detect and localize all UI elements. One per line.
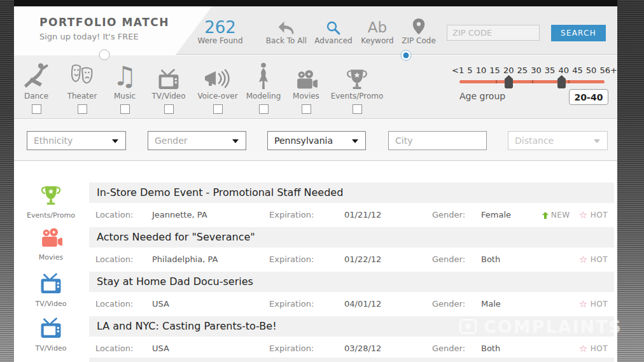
- hot-badge: ☆ HOT: [579, 292, 608, 316]
- back-to-all-label: Back To All: [266, 36, 307, 45]
- tv-icon: [39, 317, 62, 339]
- result-title[interactable]: In-Store Demo Event - Promotional Staff …: [89, 183, 614, 203]
- age-tick: 30: [531, 66, 542, 75]
- hot-badge-label: HOT: [591, 292, 608, 316]
- category-movies-checkbox[interactable]: [302, 104, 311, 114]
- result-row: TV/Video LA and NYC: Casting Parents-to-…: [14, 316, 617, 361]
- chevron-down-icon: [232, 139, 239, 143]
- result-title[interactable]: Stay at Home Dad Docu-series: [89, 272, 614, 292]
- location-label: Location:: [95, 203, 133, 227]
- gender-label: Gender:: [432, 247, 465, 272]
- chevron-down-icon: [594, 139, 600, 143]
- expiration-label: Expiration:: [269, 292, 314, 316]
- result-row: Events/Promo In-Store Demo Event - Promo…: [14, 183, 617, 227]
- zip-code-input[interactable]: [447, 25, 540, 41]
- category-movies: Movies: [277, 61, 335, 114]
- search-magnifier-icon: [326, 20, 341, 36]
- hot-star-icon: ☆: [579, 344, 588, 354]
- zip-code-button[interactable]: ZIP Code: [398, 6, 439, 55]
- age-tick: 56+: [599, 66, 617, 75]
- age-tick: 25: [517, 66, 528, 75]
- category-theater-checkbox[interactable]: [78, 104, 87, 114]
- gender-value: Male: [481, 292, 501, 316]
- back-to-all-button[interactable]: Back To All: [261, 6, 312, 55]
- location-value: Jeannette, PA: [152, 203, 207, 227]
- slider-notch: [568, 80, 570, 83]
- location-label: Location:: [95, 292, 133, 316]
- tv-icon: [157, 69, 180, 90]
- age-tick: 35: [545, 66, 556, 75]
- location-pin-icon: [413, 18, 425, 34]
- age-tick: 20: [503, 66, 514, 75]
- results-list: Events/Promo In-Store Demo Event - Promo…: [14, 161, 617, 362]
- result-details: Location: USA Expiration: 04/01/12 Gende…: [14, 292, 617, 316]
- advanced-search-button[interactable]: Advanced: [311, 6, 356, 55]
- age-slider-ticks: <1 5 10 15 20 25 30 35 40 45 50 56+: [452, 66, 617, 75]
- movie-camera-icon: [294, 70, 318, 90]
- theater-masks-icon: [69, 64, 95, 90]
- gender-placeholder: Gender: [155, 136, 188, 146]
- result-details: Location: Philadelphia, PA Expiration: 0…: [14, 247, 617, 272]
- city-input[interactable]: [388, 131, 487, 150]
- result-title[interactable]: LA and NYC: Casting Parents-to-Be!: [89, 316, 614, 337]
- search-button[interactable]: SEARCH: [551, 25, 606, 41]
- new-badge: NEW: [542, 203, 570, 227]
- window-top-bar: [14, 0, 617, 6]
- location-value: USA: [152, 292, 169, 316]
- hot-star-icon: ☆: [579, 255, 588, 265]
- age-tick: 5: [467, 66, 472, 75]
- slider-notch: [532, 80, 533, 83]
- expiration-value: 01/21/12: [344, 203, 381, 227]
- dance-icon: [22, 62, 50, 90]
- brand: PORTFOLIO MATCH Sign up today! It's FREE: [39, 16, 169, 41]
- result-title[interactable]: Actors Needed for "Severance": [89, 227, 614, 247]
- age-group-label: Age group: [459, 91, 505, 101]
- music-note-icon: ♫: [113, 62, 137, 90]
- result-details: Location: Jeannette, PA Expiration: 01/2…: [14, 203, 617, 227]
- age-tick: 50: [586, 66, 597, 75]
- category-label: Movies: [277, 92, 335, 101]
- hot-badge-label: HOT: [591, 247, 608, 272]
- age-tick: 15: [489, 66, 500, 75]
- app-window: PORTFOLIO MATCH Sign up today! It's FREE…: [0, 0, 644, 362]
- age-range-slider[interactable]: [459, 80, 605, 83]
- hot-badge: ☆ HOT: [579, 247, 608, 272]
- gender-label: Gender:: [432, 203, 465, 227]
- keyword-search-button[interactable]: Ab Keyword: [356, 6, 399, 55]
- ethnicity-select[interactable]: Ethnicity: [27, 131, 126, 150]
- expiration-value: 01/22/12: [344, 247, 381, 272]
- page-title: PORTFOLIO MATCH: [39, 16, 169, 29]
- category-tv-video-checkbox[interactable]: [164, 104, 174, 114]
- category-events-promo-checkbox[interactable]: [353, 104, 362, 114]
- model-silhouette-icon: [257, 62, 270, 90]
- expiration-label: Expiration:: [269, 203, 314, 227]
- age-tick: 45: [572, 66, 583, 75]
- category-filter-bar: Dance Theater ♫ Music: [14, 55, 617, 119]
- main-content: PORTFOLIO MATCH Sign up today! It's FREE…: [14, 6, 617, 362]
- age-tick: 10: [476, 66, 487, 75]
- zip-code-label: ZIP Code: [402, 36, 436, 45]
- movie-camera-icon: [39, 228, 63, 248]
- result-badges: NEW ☆ HOT: [542, 203, 608, 227]
- category-music-checkbox[interactable]: [120, 104, 130, 114]
- signup-tagline: Sign up today! It's FREE: [39, 32, 169, 41]
- slider-notch: [496, 80, 497, 83]
- gender-select[interactable]: Gender: [148, 131, 246, 150]
- expiration-value: 04/01/12: [344, 292, 381, 316]
- distance-select: Distance: [508, 131, 608, 150]
- category-modeling-checkbox[interactable]: [259, 104, 269, 114]
- category-voice-over-checkbox[interactable]: [213, 104, 223, 114]
- category-dance-checkbox[interactable]: [32, 104, 41, 114]
- chevron-down-icon: [352, 139, 358, 143]
- hot-star-icon: ☆: [579, 300, 588, 309]
- result-badges: ☆ HOT: [579, 247, 608, 272]
- hot-badge-label: HOT: [591, 203, 608, 227]
- age-tick: 40: [558, 66, 569, 75]
- gender-value: Both: [481, 247, 500, 272]
- tv-icon: [39, 273, 62, 295]
- state-select[interactable]: Pennsylvania: [267, 131, 366, 150]
- megaphone-icon: [204, 69, 232, 90]
- divider-circle-marker: [99, 50, 110, 60]
- chevron-down-icon: [112, 139, 118, 143]
- location-label: Location:: [95, 247, 133, 272]
